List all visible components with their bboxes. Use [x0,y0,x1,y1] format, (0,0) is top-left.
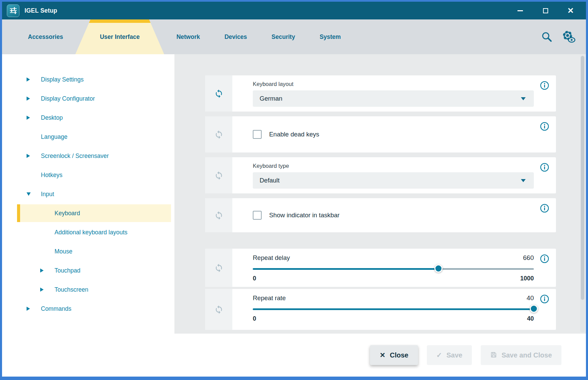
save-and-close-button[interactable]: Save and Close [481,345,561,365]
sidebar-item-language[interactable]: Language [2,127,174,146]
setting-body: Repeat delay 660 0 1000 [232,249,556,287]
titlebar: IGEL Setup ✕ [2,2,586,19]
reset-icon[interactable] [214,171,223,180]
info-icon[interactable] [540,163,549,172]
chevron-down-icon [521,97,526,100]
info-icon[interactable] [540,294,549,304]
selected-value: German [260,95,282,102]
sidebar-item-keyboard[interactable]: Keyboard [2,204,174,223]
show-indicator-checkbox[interactable] [253,211,262,220]
setting-card-enable-dead-keys: Enable dead keys [205,116,556,152]
chevron-right-icon [27,307,30,311]
scrollbar[interactable] [580,55,585,333]
keyboard-type-select[interactable]: Default [253,172,534,189]
slider-label: Repeat delay [253,254,290,262]
reset-icon[interactable] [214,211,223,220]
minimize-icon [517,10,523,11]
field-label: Keyboard type [253,163,534,169]
setting-card-keyboard-type: Keyboard type Default [205,157,556,193]
maximize-button[interactable] [540,5,551,16]
sidebar-item-screenlock-screensaver[interactable]: Screenlock / Screensaver [2,146,174,165]
slider-min: 0 [253,315,256,322]
app-logo-icon [7,4,19,17]
sidebar-item-additional-keyboard-layouts[interactable]: Additional keyboard layouts [2,223,174,242]
save-button[interactable]: ✓ Save [427,345,472,365]
sidebar-item-touchscreen[interactable]: Touchscreen [2,280,174,299]
setting-body: Enable dead keys [232,116,556,152]
keyboard-layout-select[interactable]: German [253,90,534,107]
reset-icon[interactable] [214,89,223,98]
search-icon[interactable] [541,31,553,43]
reset-icon[interactable] [214,263,223,273]
info-icon[interactable] [540,81,549,90]
slider-fill [253,268,438,270]
close-icon: ✕ [380,352,385,359]
settings-panel: Keyboard layout German [174,54,586,334]
checkbox-label: Show indicator in taskbar [269,211,340,219]
slider-handle[interactable] [530,305,538,313]
chevron-right-icon [40,268,44,273]
tabbar: Accessories User Interface Network Devic… [2,19,586,54]
tabbar-actions [541,19,586,54]
slider-max: 40 [527,315,534,322]
sidebar-item-mouse[interactable]: Mouse [2,242,174,261]
reset-column [205,116,232,152]
slider-fill [253,308,534,310]
sidebar-item-display-settings[interactable]: Display Settings [2,70,174,89]
save-and-close-button-label: Save and Close [501,351,552,359]
scrollbar-thumb[interactable] [581,56,584,300]
chevron-right-icon [40,288,44,292]
tab-network[interactable]: Network [164,19,212,54]
setting-card-repeat-delay: Repeat delay 660 0 1000 [205,249,556,287]
field-label: Keyboard layout [253,81,534,87]
sidebar-item-hotkeys[interactable]: Hotkeys [2,165,174,185]
reset-column [205,198,232,232]
info-icon[interactable] [540,204,549,213]
sidebar-item-touchpad[interactable]: Touchpad [2,261,174,280]
slider-max: 1000 [520,275,534,282]
slider-handle[interactable] [434,264,443,273]
reset-icon[interactable] [214,130,223,139]
chevron-right-icon [27,77,30,82]
sidebar-item-desktop[interactable]: Desktop [2,108,174,127]
reset-column [205,157,232,193]
tab-accessories[interactable]: Accessories [16,19,75,54]
tab-security[interactable]: Security [259,19,307,54]
reset-column [205,289,232,330]
sidebar-item-commands[interactable]: Commands [2,299,174,318]
setting-card-repeat-rate: Repeat rate 40 0 40 [205,289,556,330]
reset-icon[interactable] [214,305,223,314]
chevron-right-icon [27,116,30,120]
slider-label: Repeat rate [253,294,286,302]
tab-devices[interactable]: Devices [212,19,259,54]
close-window-button[interactable]: ✕ [566,5,576,16]
window-title: IGEL Setup [25,7,57,14]
setting-body: Keyboard layout German [232,75,556,112]
slider-value: 660 [523,254,534,262]
chevron-down-icon [27,192,31,196]
repeat-rate-slider[interactable] [253,305,534,313]
sidebar-item-display-configurator[interactable]: Display Configurator [2,89,174,108]
igel-setup-window: IGEL Setup ✕ Accessories User Interface … [0,0,588,380]
info-icon[interactable] [540,122,549,131]
chevron-down-icon [521,179,526,182]
repeat-delay-slider[interactable] [253,264,534,273]
tab-user-interface[interactable]: User Interface [75,19,164,54]
save-button-label: Save [446,351,462,359]
setting-card-show-indicator: Show indicator in taskbar [205,198,556,232]
slider-value: 40 [527,294,534,302]
body: Display Settings Display Configurator De… [2,54,586,334]
chevron-right-icon [27,97,30,101]
sidebar-item-input[interactable]: Input [2,185,174,204]
checkbox-label: Enable dead keys [269,131,319,138]
enable-dead-keys-checkbox[interactable] [253,130,262,139]
info-icon[interactable] [540,254,549,263]
tab-system[interactable]: System [307,19,353,54]
close-button[interactable]: ✕ Close [370,345,418,365]
minimize-button[interactable] [515,5,525,16]
setting-card-keyboard-layout: Keyboard layout German [205,75,556,112]
close-button-label: Close [390,351,408,359]
settings-visibility-icon[interactable] [561,30,576,44]
maximize-icon [543,8,548,13]
check-icon: ✓ [436,352,442,359]
